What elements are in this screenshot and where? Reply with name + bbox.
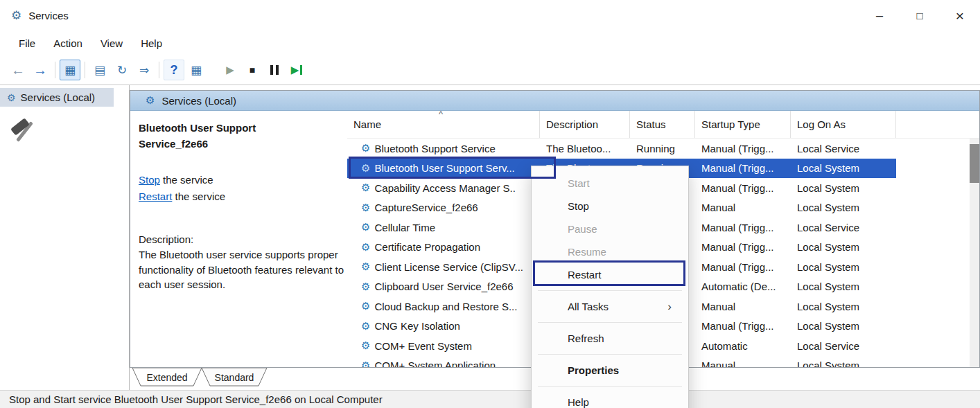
service-gear-icon: ⚙: [361, 202, 370, 214]
service-logon: Local System: [791, 281, 896, 292]
status-bar: Stop and Start service Bluetooth User Su…: [0, 390, 980, 408]
service-startup-type: Manual: [695, 202, 791, 213]
pause-bar: [270, 65, 273, 75]
window-controls: – □ ×: [859, 0, 980, 31]
scrollbar-thumb[interactable]: [970, 144, 979, 183]
hammer-cursor-icon: [11, 114, 40, 146]
close-icon[interactable]: ×: [940, 0, 980, 31]
service-detail-pane: Bluetooth User Support Service_f2e66 Sto…: [130, 111, 347, 367]
service-name: COM+ System Application: [374, 360, 496, 367]
restart-service-icon[interactable]: ▶: [286, 60, 307, 80]
help-icon[interactable]: ?: [164, 60, 184, 80]
service-gear-icon: ⚙: [361, 360, 370, 367]
view-tabs: Extended Standard: [130, 368, 324, 387]
service-gear-icon: ⚙: [361, 339, 370, 352]
menu-item-label: Pause: [568, 223, 597, 235]
column-header-description[interactable]: Description: [540, 111, 630, 138]
menu-separator: [538, 322, 682, 323]
tree-item-services-local[interactable]: ⚙ Services (Local): [0, 88, 114, 107]
service-startup-type: Manual (Trigg...: [695, 261, 791, 273]
status-text: Stop and Start service Bluetooth User Su…: [9, 393, 383, 405]
context-menu-item-stop[interactable]: Stop: [532, 195, 688, 218]
tab-standard-label[interactable]: Standard: [215, 372, 254, 383]
service-name: Certificate Propagation: [374, 241, 480, 253]
service-startup-type: Manual (Trigg...: [695, 241, 791, 253]
console-tree-panel: ⚙ Services (Local): [0, 85, 130, 390]
service-gear-icon: ⚙: [361, 241, 370, 254]
service-name: CNG Key Isolation: [374, 320, 460, 332]
service-logon: Local System: [791, 301, 896, 312]
service-logon: Local System: [791, 320, 896, 332]
annotation-box-restart: [533, 260, 685, 286]
table-row[interactable]: ⚙Bluetooth Support Service The Bluetoo..…: [347, 139, 896, 159]
forward-icon[interactable]: →: [30, 60, 51, 80]
menu-view[interactable]: View: [91, 35, 132, 52]
service-startup-type: Manual: [695, 360, 791, 367]
back-icon[interactable]: ←: [8, 60, 28, 80]
service-logon: Local System: [791, 202, 896, 213]
service-startup-type: Manual (Trigg...: [695, 222, 791, 233]
description-label: Description:: [139, 232, 348, 247]
pause-bar: [276, 65, 279, 75]
service-name: CaptureService_f2e66: [374, 202, 478, 213]
services-app-icon: ⚙: [11, 8, 21, 23]
service-name: Client License Service (ClipSV...: [374, 261, 523, 273]
toolbar-separator: [159, 62, 159, 78]
tree-item-label: Services (Local): [21, 91, 96, 103]
minimize-icon[interactable]: –: [859, 0, 900, 31]
service-name: Cellular Time: [374, 222, 435, 233]
menu-file[interactable]: File: [10, 35, 44, 52]
menu-action[interactable]: Action: [44, 35, 91, 52]
service-gear-icon: ⚙: [361, 320, 370, 332]
context-menu-item-refresh[interactable]: Refresh: [532, 327, 688, 350]
show-console-tree-icon[interactable]: ▦: [60, 60, 80, 80]
context-menu-item-properties[interactable]: Properties: [532, 359, 688, 382]
context-menu-item-all-tasks[interactable]: All Tasks›: [532, 295, 688, 318]
menu-item-label: Refresh: [568, 332, 604, 344]
service-logon: Local System: [791, 241, 896, 253]
window-title: Services: [28, 10, 69, 21]
menu-item-label: Help: [568, 396, 589, 408]
refresh-icon[interactable]: ↻: [112, 60, 132, 80]
pause-service-icon[interactable]: [264, 60, 285, 80]
column-header-name[interactable]: Name: [347, 111, 540, 138]
stop-service-link[interactable]: Stop: [139, 174, 160, 186]
menu-item-label: Properties: [568, 364, 619, 376]
context-menu-item-help[interactable]: Help: [532, 391, 688, 408]
service-startup-type: Manual: [695, 301, 791, 312]
start-service-icon[interactable]: ▶: [220, 60, 240, 80]
title-bar: ⚙ Services – □ ×: [0, 0, 980, 31]
service-startup-type: Manual (Trigg...: [695, 162, 791, 174]
restart-service-link[interactable]: Restart: [139, 190, 172, 202]
column-header-log-on-as[interactable]: Log On As: [791, 111, 896, 138]
view-panel-icon[interactable]: ▦: [186, 60, 207, 80]
column-header-startup-type[interactable]: Startup Type: [695, 111, 791, 138]
service-startup-type: Automatic (De...: [695, 281, 791, 292]
service-gear-icon: ⚙: [361, 142, 370, 154]
vertical-scrollbar[interactable]: [970, 139, 979, 367]
service-logon: Local System: [791, 360, 896, 367]
menu-separator: [538, 386, 682, 387]
stop-service-line: Stop the service: [139, 172, 340, 188]
menu-item-label: Stop: [568, 200, 589, 212]
toolbar-separator: [55, 62, 55, 78]
service-gear-icon: ⚙: [361, 221, 370, 233]
service-description: The Bluetoo...: [540, 143, 630, 154]
tab-extended-label[interactable]: Extended: [146, 372, 187, 383]
maximize-icon[interactable]: □: [900, 0, 940, 31]
export-list-icon[interactable]: ⇒: [134, 60, 155, 80]
stop-service-icon[interactable]: ■: [242, 60, 263, 80]
services-gear-icon: ⚙: [7, 92, 16, 103]
properties-list-icon[interactable]: ▤: [89, 60, 110, 80]
service-startup-type: Automatic: [695, 340, 791, 352]
service-logon: Local Service: [791, 222, 896, 233]
menu-help[interactable]: Help: [132, 35, 171, 52]
menu-item-label: Start: [568, 177, 590, 189]
services-gear-icon: ⚙: [146, 94, 155, 107]
service-gear-icon: ⚙: [361, 260, 370, 273]
column-header-status[interactable]: Status: [630, 111, 695, 138]
main-panel-header: ⚙ Services (Local): [130, 91, 979, 111]
toolbar-separator: [85, 62, 85, 78]
context-menu-item-pause: Pause: [532, 218, 688, 240]
menu-separator: [538, 290, 682, 291]
